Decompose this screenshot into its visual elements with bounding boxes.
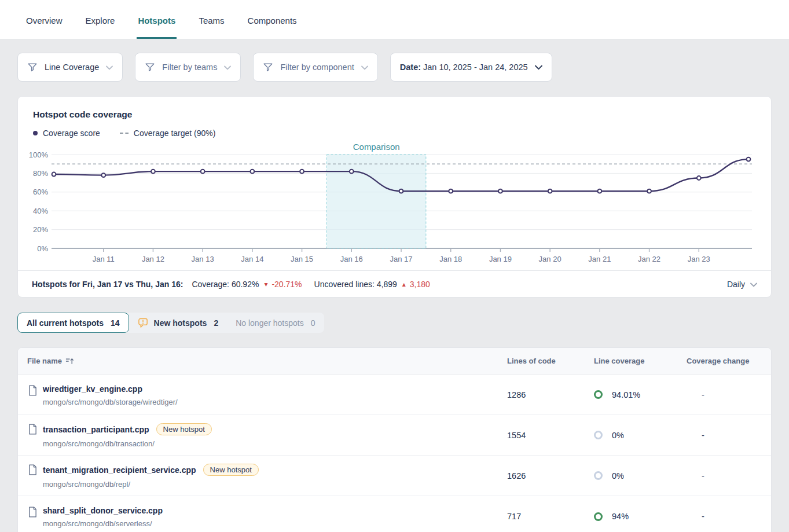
lines-of-code-value: 717 — [507, 512, 594, 521]
coverage-filter-label: Line Coverage — [45, 63, 99, 72]
tab-components[interactable]: Components — [247, 2, 298, 39]
x-axis-tick-label: Jan 18 — [439, 255, 462, 263]
file-info: wiredtiger_kv_engine.cpp mongo/src/mongo… — [43, 384, 178, 406]
top-navigation: Overview Explore Hotspots Teams Componen… — [0, 0, 789, 39]
x-axis-tick-label: Jan 14 — [241, 255, 263, 263]
table-row[interactable]: shard_split_donor_service.cpp mongo/src/… — [18, 496, 771, 532]
file-cell: transaction_participant.cpp New hotspot … — [18, 415, 507, 455]
data-point — [597, 189, 601, 193]
tab-all-current-hotspots[interactable]: All current hotspots 14 — [17, 313, 129, 333]
data-point — [101, 173, 105, 177]
coverage-change-value: - — [687, 471, 771, 480]
coverage-ring-icon — [594, 471, 603, 480]
y-axis-tick-label: 20% — [33, 225, 48, 234]
date-range-value: Jan 10, 2025 - Jan 24, 2025 — [423, 63, 528, 72]
tab-label: No longer hotspots — [236, 318, 304, 328]
filter-bar: Line Coverage Filter by teams Filter by … — [17, 53, 772, 82]
data-point — [350, 170, 354, 174]
file-cell: tenant_migration_recipient_service.cpp N… — [18, 456, 507, 496]
line-coverage-cell: 94.01% — [594, 390, 687, 399]
component-filter-dropdown[interactable]: Filter by component — [253, 53, 377, 82]
coverage-change-value: - — [687, 390, 771, 399]
date-range-dropdown[interactable]: Date:Jan 10, 2025 - Jan 24, 2025 — [390, 53, 552, 82]
chart-legend: Coverage score Coverage target (90%) — [18, 129, 771, 138]
file-icon — [28, 424, 37, 435]
table-row[interactable]: wiredtiger_kv_engine.cpp mongo/src/mongo… — [18, 375, 771, 415]
y-axis-tick-label: 0% — [37, 244, 48, 253]
granularity-dropdown[interactable]: Daily — [727, 280, 757, 289]
tab-count: 2 — [214, 318, 218, 328]
coverage-filter-dropdown[interactable]: Line Coverage — [17, 53, 123, 82]
coverage-chart-card: Hotspot code coverage Coverage score Cov… — [17, 96, 772, 298]
x-axis-tick-label: Jan 15 — [291, 255, 313, 263]
file-name[interactable]: shard_split_donor_service.cpp — [43, 506, 163, 515]
granularity-value: Daily — [727, 280, 745, 289]
data-point — [201, 170, 205, 174]
tab-hotspots[interactable]: Hotspots — [137, 2, 177, 39]
file-name[interactable]: transaction_participant.cpp — [43, 425, 149, 434]
coverage-delta: -20.71% — [271, 280, 302, 289]
legend-dash-icon — [120, 133, 129, 134]
data-point — [449, 189, 453, 193]
funnel-icon — [263, 62, 273, 72]
tab-explore[interactable]: Explore — [85, 2, 116, 39]
chart-area: 0%20%40%60%80%100%ComparisonJan 11Jan 12… — [18, 140, 771, 265]
file-path: mongo/src/mongo/db/repl/ — [43, 480, 259, 489]
tab-new-hotspots[interactable]: New hotspots 2 — [129, 313, 227, 333]
nav-tabs: Overview Explore Hotspots Teams Componen… — [25, 2, 298, 39]
coverage-ring-icon — [594, 512, 603, 521]
file-info: tenant_migration_recipient_service.cpp N… — [43, 464, 259, 489]
lines-of-code-value: 1626 — [507, 471, 594, 480]
tab-label: All current hotspots — [27, 318, 104, 328]
teams-filter-label: Filter by teams — [162, 63, 217, 72]
file-info: transaction_participant.cpp New hotspot … — [43, 423, 212, 448]
chevron-down-icon — [750, 280, 757, 289]
file-cell: wiredtiger_kv_engine.cpp mongo/src/mongo… — [18, 376, 507, 413]
x-axis-tick-label: Jan 17 — [390, 255, 412, 263]
chevron-down-icon — [361, 63, 368, 72]
file-name[interactable]: wiredtiger_kv_engine.cpp — [43, 384, 142, 394]
file-info: shard_split_donor_service.cpp mongo/src/… — [43, 506, 163, 528]
x-axis-tick-label: Jan 11 — [93, 255, 115, 263]
chart-title: Hotspot code coverage — [18, 109, 771, 120]
x-axis-tick-label: Jan 13 — [192, 255, 214, 263]
tab-teams[interactable]: Teams — [197, 2, 225, 39]
teams-filter-dropdown[interactable]: Filter by teams — [135, 53, 241, 82]
coverage-value: 0% — [612, 431, 624, 440]
uncovered-delta: 3,180 — [410, 280, 430, 289]
line-coverage-cell: 94% — [594, 512, 687, 521]
tab-no-longer-hotspots[interactable]: No longer hotspots 0 — [227, 313, 324, 333]
x-axis-tick-label: Jan 12 — [142, 255, 164, 263]
legend-target-label: Coverage target (90%) — [134, 129, 216, 138]
line-coverage-cell: 0% — [594, 431, 687, 440]
y-axis-tick-label: 100% — [29, 151, 49, 159]
data-point — [747, 157, 751, 162]
table-row[interactable]: transaction_participant.cpp New hotspot … — [18, 415, 771, 456]
table-row[interactable]: tenant_migration_recipient_service.cpp N… — [18, 456, 771, 496]
date-label: Date:Jan 10, 2025 - Jan 24, 2025 — [400, 63, 528, 72]
file-path: mongo/src/mongo/db/storage/wiredtiger/ — [43, 398, 178, 406]
coverage-change-value: - — [687, 431, 771, 440]
data-point — [548, 189, 552, 193]
coverage-ring-icon — [594, 431, 603, 439]
hotspots-table: File name Lines of code Line coverage Co… — [17, 347, 772, 532]
comparison-region — [326, 155, 425, 248]
coverage-value: 94.01% — [612, 390, 640, 399]
new-hotspot-badge: New hotspot — [203, 464, 259, 476]
data-point — [250, 170, 254, 174]
x-axis-tick-label: Jan 19 — [489, 255, 512, 263]
chevron-down-icon — [106, 63, 113, 72]
chevron-down-icon — [224, 63, 231, 72]
column-file-name[interactable]: File name — [18, 357, 507, 365]
sort-ascending-icon[interactable] — [65, 357, 74, 365]
date-prefix: Date: — [400, 63, 421, 72]
y-axis-tick-label: 60% — [33, 188, 48, 196]
y-axis-tick-label: 40% — [33, 207, 48, 215]
alert-bubble-icon — [138, 317, 149, 328]
column-coverage-change: Coverage change — [687, 357, 771, 365]
file-name[interactable]: tenant_migration_recipient_service.cpp — [43, 465, 196, 475]
file-icon — [28, 464, 37, 475]
tab-overview[interactable]: Overview — [25, 2, 64, 39]
coverage-line-chart: 0%20%40%60%80%100%ComparisonJan 11Jan 12… — [18, 140, 771, 265]
line-coverage-cell: 0% — [594, 471, 687, 480]
